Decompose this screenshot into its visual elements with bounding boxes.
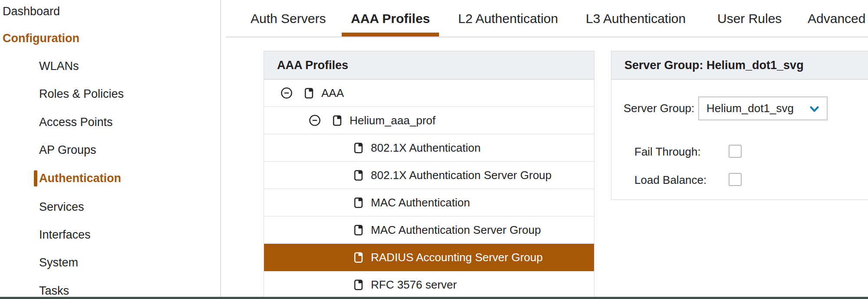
sidebar-item-label: Configuration (3, 32, 79, 45)
load-balance-checkbox[interactable] (729, 173, 742, 186)
server-group-selected-value: Helium_dot1_svg (706, 102, 794, 115)
sidebar-item-system[interactable]: System (39, 255, 78, 270)
tab-aaa-profiles[interactable]: AAA Profiles (351, 0, 430, 37)
tree-node-mac-authentication[interactable]: MAC Authentication (264, 189, 594, 216)
tree-node-mac-authentication-server-group[interactable]: MAC Authentication Server Group (264, 216, 594, 244)
tab-l3-authentication[interactable]: L3 Authentication (586, 0, 686, 37)
tree-node-label: 802.1X Authentication Server Group (371, 169, 551, 182)
sidebar-item-tasks[interactable]: Tasks (39, 283, 69, 299)
aaa-profiles-tree: AAAHelium_aaa_prof802.1X Authentication8… (264, 80, 594, 299)
tab-label: Advanced (808, 11, 865, 26)
tab-label: L3 Authentication (586, 11, 686, 26)
profile-doc-icon (353, 279, 364, 291)
aaa-profiles-panel: AAA Profiles AAAHelium_aaa_prof802.1X Au… (264, 51, 594, 299)
tab-bar: Auth ServersAAA ProfilesL2 Authenticatio… (220, 0, 868, 37)
sidebar-item-ap-groups[interactable]: AP Groups (39, 142, 96, 158)
tab-label: L2 Authentication (458, 11, 558, 26)
server-group-label: Server Group: (624, 100, 694, 116)
sidebar-item-label: System (39, 256, 78, 269)
server-group-form: Server Group: Helium_dot1_svg Fail Throu… (611, 80, 868, 200)
sidebar-item-services[interactable]: Services (39, 199, 84, 215)
sidebar-item-label: WLANs (39, 60, 79, 73)
tab-label: AAA Profiles (351, 11, 430, 26)
chevron-down-icon (809, 104, 820, 115)
server-group-panel-title: Server Group: Helium_dot1_svg (611, 51, 868, 80)
sidebar-item-dashboard[interactable]: Dashboard (3, 3, 60, 19)
profile-doc-icon (331, 115, 343, 126)
collapse-minus-icon[interactable] (280, 86, 293, 100)
sidebar-nav: DashboardConfigurationWLANsRoles & Polic… (0, 0, 220, 299)
fail-through-checkbox[interactable] (729, 145, 742, 158)
panel-title-text: Server Group: Helium_dot1_svg (624, 59, 804, 72)
tree-node-rfc-3576-server[interactable]: RFC 3576 server (264, 271, 594, 299)
tree-node-aaa[interactable]: AAA (264, 80, 594, 107)
sidebar-item-label: Services (39, 200, 84, 213)
tree-node-label: RFC 3576 server (371, 278, 457, 292)
tree-node-radius-accounting-server-group[interactable]: RADIUS Accounting Server Group (264, 244, 594, 271)
load-balance-label: Load Balance: (634, 172, 706, 188)
fail-through-label: Fail Through: (634, 144, 701, 159)
active-item-marker (34, 170, 37, 186)
tree-node-802-1x-authentication[interactable]: 802.1X Authentication (264, 134, 594, 162)
tab-advanced[interactable]: Advanced (808, 0, 865, 37)
tab-auth-servers[interactable]: Auth Servers (251, 0, 326, 37)
sidebar-divider (220, 0, 221, 299)
tree-node-helium-aaa-prof[interactable]: Helium_aaa_prof (264, 107, 594, 134)
profile-doc-icon (353, 169, 364, 181)
profile-doc-icon (303, 87, 315, 99)
sidebar-item-label: Dashboard (3, 5, 60, 18)
sidebar-item-label: AP Groups (39, 143, 96, 156)
sidebar-item-roles-policies[interactable]: Roles & Policies (39, 86, 124, 102)
app-window: DashboardConfigurationWLANsRoles & Polic… (0, 0, 868, 299)
profile-doc-icon (353, 197, 364, 209)
tree-node-label: 802.1X Authentication (371, 141, 481, 155)
sidebar-item-authentication[interactable]: Authentication (39, 170, 121, 186)
tree-node-802-1x-authentication-server-group[interactable]: 802.1X Authentication Server Group (264, 162, 594, 189)
sidebar-item-label: Interfaces (39, 228, 91, 241)
server-group-panel: Server Group: Helium_dot1_svg Server Gro… (611, 51, 868, 200)
sidebar-item-wlans[interactable]: WLANs (39, 58, 79, 74)
profile-doc-icon (353, 224, 364, 236)
tree-node-label: Helium_aaa_prof (350, 114, 436, 127)
tree-node-label: RADIUS Accounting Server Group (371, 251, 543, 264)
sidebar-item-label: Authentication (39, 172, 121, 185)
tree-node-label: MAC Authentication (371, 196, 470, 209)
aaa-profiles-panel-title: AAA Profiles (264, 51, 594, 80)
sidebar-item-label: Access Points (39, 116, 113, 129)
tab-label: Auth Servers (251, 11, 326, 26)
sidebar-item-interfaces[interactable]: Interfaces (39, 227, 91, 243)
tab-user-rules[interactable]: User Rules (717, 0, 782, 37)
server-group-dropdown[interactable]: Helium_dot1_svg (698, 96, 828, 120)
profile-doc-icon (353, 252, 364, 263)
sidebar-item-label: Roles & Policies (39, 87, 124, 100)
panel-title-text: AAA Profiles (277, 59, 348, 72)
sidebar-item-label: Tasks (39, 284, 69, 297)
window-bottom-edge (0, 297, 868, 299)
sidebar-item-configuration[interactable]: Configuration (3, 30, 79, 46)
tree-node-label: MAC Authentication Server Group (371, 223, 541, 237)
collapse-minus-icon[interactable] (308, 114, 321, 127)
tree-node-label: AAA (321, 86, 344, 100)
tab-label: User Rules (717, 11, 782, 26)
profile-doc-icon (353, 142, 364, 154)
tab-l2-authentication[interactable]: L2 Authentication (458, 0, 558, 37)
sidebar-item-access-points[interactable]: Access Points (39, 114, 113, 130)
